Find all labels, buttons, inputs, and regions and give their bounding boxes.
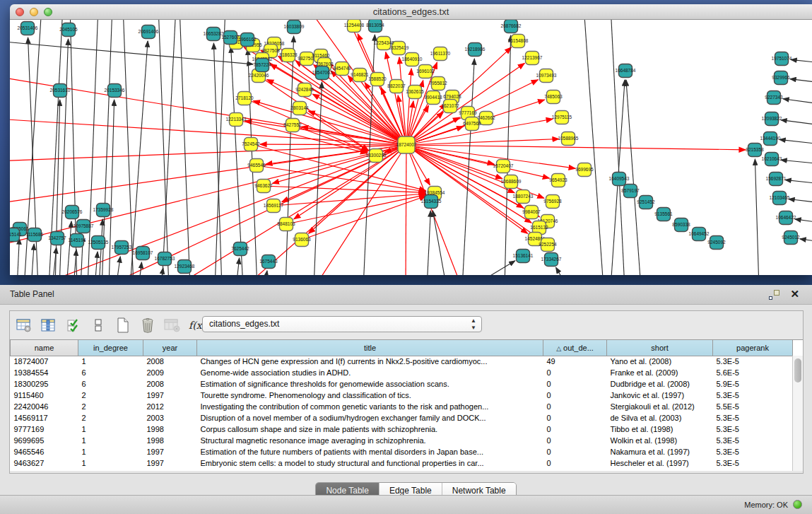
cell-short[interactable]: Stergiakouli et al. (2012) (607, 401, 713, 412)
graph-edge[interactable] (31, 244, 34, 275)
table-row[interactable]: 1938455462009Genome-wide association stu… (11, 367, 793, 378)
cell-in_degree[interactable]: 6 (78, 378, 143, 390)
cell-year[interactable]: 1998 (143, 435, 197, 446)
graph-node[interactable]: 2045105 (59, 23, 78, 37)
graph-edge[interactable] (779, 139, 812, 144)
cell-title[interactable]: Genome-wide association studies in ADHD. (197, 367, 543, 378)
cell-pagerank[interactable]: 5.3E-5 (713, 435, 793, 446)
graph-node[interactable]: 10975887 (73, 220, 94, 233)
cell-out_degree[interactable]: 0 (543, 412, 607, 424)
table-row[interactable]: 1830029562008Estimation of significance … (11, 378, 793, 390)
table-selector[interactable]: citations_edges.txt ▲▼ (202, 316, 482, 332)
cell-year[interactable]: 1997 (143, 457, 197, 469)
graph-edge[interactable] (427, 211, 430, 275)
graph-node[interactable]: 19611370 (430, 47, 451, 61)
cell-name[interactable]: 9699695 (11, 435, 78, 446)
cell-out_degree[interactable]: 0 (543, 390, 607, 401)
table-row[interactable]: 1456911722003Disruption of a novel membe… (11, 412, 793, 424)
graph-node[interactable]: 10649452 (689, 228, 710, 241)
cell-title[interactable]: Changes of HCN gene expression and I(f) … (197, 356, 543, 367)
cell-pagerank[interactable]: 5.3E-5 (713, 424, 793, 435)
cell-short[interactable]: Nakamura et al. (1997) (607, 446, 713, 457)
cell-short[interactable]: Yano et al. (2008) (607, 356, 713, 367)
cell-in_degree[interactable]: 2 (78, 390, 143, 401)
cell-pagerank[interactable]: 5.9E-5 (713, 378, 793, 390)
graph-node[interactable]: 11254408 (344, 20, 365, 33)
minimize-window-icon[interactable] (30, 8, 38, 16)
show-columns-icon[interactable] (39, 315, 59, 335)
column-header-out_degree[interactable]: △out_de... (543, 340, 607, 356)
graph-node[interactable]: 7625442 (231, 243, 249, 256)
graph-node[interactable]: 9251452 (637, 196, 655, 209)
table-row[interactable]: 946554611997Estimation of the future num… (11, 446, 793, 457)
cell-in_degree[interactable]: 1 (78, 446, 143, 457)
cell-year[interactable]: 1998 (143, 424, 197, 435)
column-header-year[interactable]: year (143, 340, 197, 356)
cell-in_degree[interactable]: 1 (78, 457, 143, 469)
graph-node[interactable]: 6966162 (238, 33, 257, 47)
graph-node[interactable]: 1342757 (48, 232, 66, 245)
cell-short[interactable]: Hescheler et al. (1997) (607, 457, 713, 469)
cell-out_degree[interactable]: 49 (543, 356, 607, 367)
cell-pagerank[interactable]: 5.3E-5 (713, 356, 793, 367)
cell-year[interactable]: 2008 (143, 378, 197, 390)
graph-node[interactable]: 12103465 (770, 192, 790, 205)
graph-node[interactable]: 7524542 (242, 138, 260, 151)
cell-in_degree[interactable]: 2 (78, 401, 143, 412)
cell-year[interactable]: 1997 (143, 446, 197, 457)
graph-node[interactable]: 9227343 (765, 91, 783, 105)
graph-edge[interactable] (10, 145, 406, 246)
graph-edge[interactable] (139, 262, 141, 275)
cell-name[interactable]: 22420046 (11, 401, 78, 412)
select-columns-icon[interactable] (64, 315, 83, 335)
graph-node[interactable]: 9463627 (254, 180, 273, 193)
graph-node[interactable]: 7485063 (544, 90, 563, 104)
cell-short[interactable]: Franke et al. (2009) (607, 367, 713, 378)
cell-name[interactable]: 9777169 (11, 424, 78, 435)
graph-node[interactable]: 20206576 (62, 206, 83, 219)
graph-node[interactable]: 8186328 (279, 49, 298, 62)
graph-edge[interactable] (10, 119, 406, 145)
cell-name[interactable]: 14569117 (11, 412, 78, 424)
cell-in_degree[interactable]: 1 (78, 424, 143, 435)
column-header-in_degree[interactable]: in_degree (78, 340, 143, 356)
graph-node[interactable]: 10688609 (501, 175, 522, 189)
graph-edge[interactable] (556, 267, 568, 275)
graph-edge[interactable] (505, 35, 511, 275)
graph-edge[interactable] (272, 145, 406, 183)
graph-node[interactable]: 1621072 (441, 100, 459, 113)
cell-pagerank[interactable]: 5.3E-5 (713, 446, 793, 457)
cell-title[interactable]: Investigating the contribution of common… (197, 401, 543, 412)
graph-node[interactable]: 9984067 (522, 206, 541, 219)
cell-short[interactable]: Dudbridge et al. (2008) (607, 378, 713, 390)
table-mode-icon[interactable] (14, 315, 34, 335)
column-header-name[interactable]: name (11, 340, 78, 356)
cell-name[interactable]: 9115460 (11, 390, 78, 401)
graph-node[interactable]: 8427552 (283, 119, 302, 132)
graph-node[interactable]: 9756928 (543, 195, 562, 209)
table-row[interactable]: 977716911998Corpus callosum shape and si… (11, 424, 793, 435)
cell-year[interactable]: 2009 (143, 367, 197, 378)
graph-edge[interactable] (213, 43, 222, 275)
graph-node[interactable]: 2803144 (290, 102, 309, 115)
cell-name[interactable]: 18300295 (11, 378, 78, 390)
graph-node[interactable]: 17957253 (112, 241, 132, 255)
graph-node[interactable]: 1362615 (406, 86, 424, 99)
graph-node[interactable]: 6497568 (463, 117, 481, 131)
graph-node[interactable]: 12975115 (552, 111, 572, 124)
graph-edge[interactable] (406, 145, 406, 275)
graph-node[interactable]: 18724007 (396, 136, 417, 153)
graph-node[interactable]: 15692871 (766, 173, 787, 186)
cell-short[interactable]: Tibbo et al. (1998) (607, 424, 713, 435)
graph-edge[interactable] (781, 160, 812, 163)
cell-year[interactable]: 2012 (143, 401, 197, 412)
graph-edge[interactable] (231, 47, 243, 275)
cell-in_degree[interactable]: 2 (78, 412, 143, 424)
cell-out_degree[interactable]: 0 (543, 367, 607, 378)
column-header-pagerank[interactable]: pagerank (713, 340, 793, 356)
cell-title[interactable]: Embryonic stem cells: a model to study s… (197, 457, 543, 469)
column-header-short[interactable]: short (607, 340, 713, 356)
cell-title[interactable]: Estimation of the future numbers of pati… (197, 446, 543, 457)
scrollbar-thumb[interactable] (794, 358, 801, 382)
graph-edge[interactable] (236, 258, 240, 275)
